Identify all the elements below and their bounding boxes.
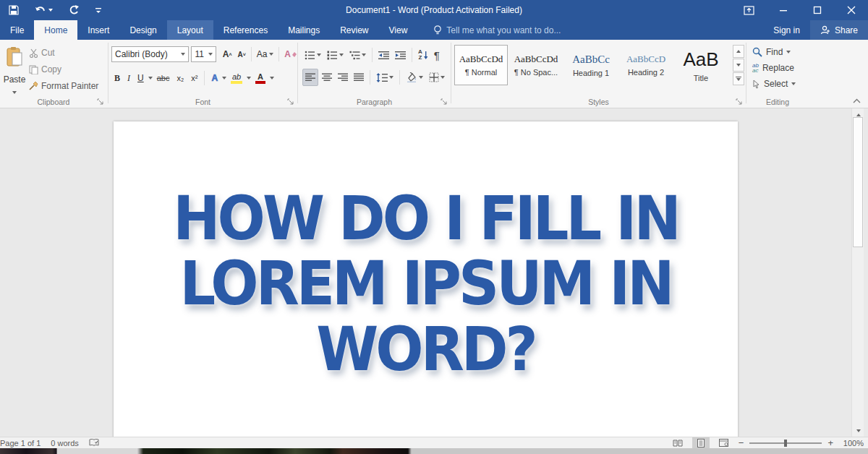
borders-button[interactable]: [427, 69, 447, 86]
collapse-ribbon-icon[interactable]: [853, 98, 861, 103]
select-caret-icon: [791, 82, 796, 85]
styles-scroll-down-icon[interactable]: [733, 59, 744, 72]
share-button[interactable]: Share: [810, 20, 868, 40]
subscript-button[interactable]: x₂: [174, 70, 187, 86]
find-magnifier-icon: [752, 47, 762, 57]
tab-review[interactable]: Review: [330, 20, 378, 40]
close-icon[interactable]: [834, 0, 868, 20]
strikethrough-button[interactable]: abc: [154, 70, 173, 86]
save-icon[interactable]: [9, 5, 19, 15]
styles-dialog-launcher-icon[interactable]: [736, 98, 743, 106]
zoom-percentage[interactable]: 100%: [839, 439, 864, 447]
zoom-in-button[interactable]: +: [827, 437, 833, 448]
tab-insert[interactable]: Insert: [77, 20, 119, 40]
replace-button[interactable]: ab ac Replace: [752, 61, 794, 75]
cut-button[interactable]: Cut: [29, 46, 55, 60]
line-spacing-button[interactable]: [374, 69, 396, 86]
toolbar-divider: [372, 48, 373, 62]
heading-line-1: HOW DO I FILL IN: [114, 185, 738, 251]
highlight-caret-icon: [247, 77, 251, 80]
sign-in-link[interactable]: Sign in: [763, 20, 810, 40]
multilevel-list-button[interactable]: [347, 46, 368, 64]
font-group-label: Font: [109, 98, 297, 106]
clipboard-dialog-launcher-icon[interactable]: [97, 98, 104, 106]
style-no-spacing[interactable]: AaBbCcDd ¶ No Spac...: [509, 45, 563, 85]
minimize-icon[interactable]: [766, 0, 800, 20]
change-case-button[interactable]: Aa: [254, 46, 277, 62]
customize-qat-icon[interactable]: [95, 7, 102, 14]
font-name-combo[interactable]: Calibri (Body): [111, 46, 189, 62]
grow-font-button[interactable]: A˄: [220, 46, 235, 62]
justify-button[interactable]: [352, 69, 366, 86]
style-heading2-name: Heading 2: [628, 68, 664, 77]
styles-gallery-more-icon[interactable]: [733, 72, 744, 85]
paragraph-dialog-launcher-icon[interactable]: [441, 98, 448, 106]
find-button[interactable]: Find: [752, 45, 791, 59]
shading-button[interactable]: [404, 69, 425, 86]
copy-button[interactable]: Copy: [29, 62, 61, 77]
paste-button[interactable]: Paste: [1, 43, 27, 97]
toolbar-divider: [251, 47, 252, 61]
text-highlight-button[interactable]: ab: [228, 70, 245, 86]
scrollbar-thumb[interactable]: [853, 117, 863, 247]
print-layout-view-icon[interactable]: [692, 437, 710, 448]
font-size-value: 11: [195, 49, 203, 59]
tab-references[interactable]: References: [213, 20, 278, 40]
superscript-button[interactable]: x²: [188, 70, 200, 86]
zoom-slider-thumb[interactable]: [784, 440, 787, 447]
bullets-button[interactable]: [302, 46, 323, 64]
font-size-combo[interactable]: 11: [191, 46, 216, 62]
bullets-caret-icon: [317, 53, 321, 56]
numbering-button[interactable]: [325, 46, 346, 64]
tab-mailings[interactable]: Mailings: [278, 20, 330, 40]
style-normal-preview: AaBbCcDd: [459, 53, 503, 65]
redo-button[interactable]: [69, 5, 79, 15]
style-normal[interactable]: AaBbCcDd ¶ Normal: [454, 45, 508, 85]
decrease-indent-button[interactable]: [376, 46, 391, 64]
tab-bar-right: Sign in Share: [763, 20, 868, 40]
align-left-button[interactable]: [302, 69, 318, 86]
style-normal-name: ¶ Normal: [465, 68, 497, 77]
vertical-scrollbar[interactable]: [851, 108, 864, 437]
select-button[interactable]: Select: [752, 77, 796, 91]
underline-button[interactable]: U: [135, 70, 147, 86]
tab-view[interactable]: View: [379, 20, 418, 40]
style-title[interactable]: AaB Title: [674, 45, 728, 85]
highlight-color-bar: [231, 81, 242, 84]
font-color-button[interactable]: A: [252, 70, 268, 86]
style-heading2[interactable]: AaBbCcD Heading 2: [619, 45, 673, 85]
maximize-icon[interactable]: [800, 0, 834, 20]
align-center-button[interactable]: [320, 69, 334, 86]
ribbon-display-options-icon[interactable]: [732, 0, 766, 20]
tab-layout[interactable]: Layout: [167, 20, 213, 40]
tab-home[interactable]: Home: [34, 20, 77, 40]
sort-letters: A Z: [418, 49, 422, 61]
show-hide-pilcrow-button[interactable]: ¶: [432, 46, 442, 64]
tell-me-search[interactable]: Tell me what you want to do...: [433, 20, 561, 40]
zoom-out-button[interactable]: −: [739, 437, 744, 448]
font-dialog-launcher-icon[interactable]: [287, 98, 294, 106]
tab-file[interactable]: File: [0, 20, 34, 40]
line-spacing-caret-icon: [389, 76, 393, 79]
zoom-slider[interactable]: [749, 442, 822, 444]
style-heading1[interactable]: AaBbCc Heading 1: [564, 45, 618, 85]
proofing-check-icon[interactable]: [89, 439, 99, 447]
page-indicator[interactable]: Page 1 of 1: [0, 439, 41, 447]
styles-scroll-up-icon[interactable]: [733, 45, 744, 58]
shrink-font-button[interactable]: A˅: [235, 46, 249, 62]
italic-button[interactable]: I: [124, 70, 133, 86]
align-right-button[interactable]: [336, 69, 350, 86]
sort-button[interactable]: A Z: [416, 46, 430, 64]
text-effects-button[interactable]: A: [208, 70, 221, 86]
bold-button[interactable]: B: [111, 70, 123, 86]
share-label: Share: [835, 25, 858, 35]
read-mode-view-icon[interactable]: [669, 437, 686, 448]
scroll-down-icon[interactable]: [852, 424, 864, 437]
web-layout-view-icon[interactable]: [715, 437, 733, 448]
undo-button[interactable]: [35, 6, 53, 15]
word-count[interactable]: 0 words: [51, 439, 79, 447]
tab-design[interactable]: Design: [119, 20, 166, 40]
format-painter-button[interactable]: Format Painter: [29, 79, 98, 93]
document-page[interactable]: HOW DO I FILL IN LOREM IPSUM IN WORD?: [114, 121, 738, 437]
increase-indent-button[interactable]: [393, 46, 408, 64]
